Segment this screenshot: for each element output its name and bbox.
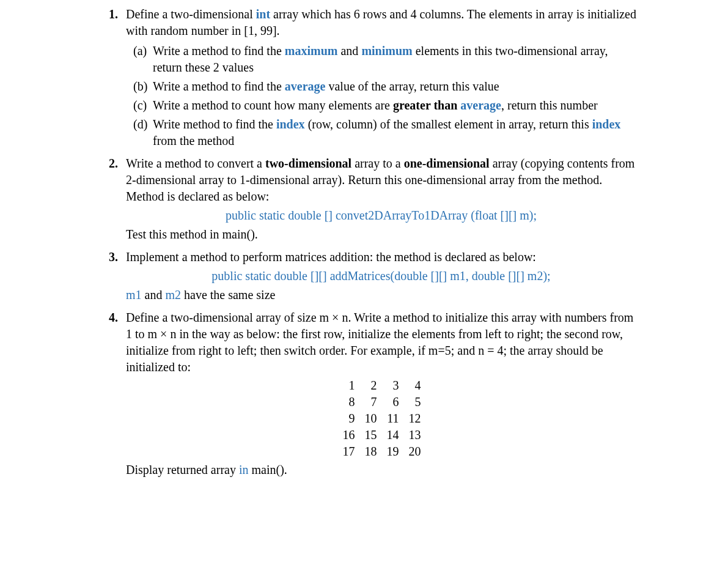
text: array to a	[351, 157, 404, 170]
q1-subparts: (a) Write a method to find the maximum a…	[126, 43, 636, 149]
matrix-cell: 16	[338, 427, 359, 443]
matrix-cell: 12	[404, 411, 425, 426]
matrix-cell: 8	[338, 394, 359, 410]
keyword-minimum: minimum	[361, 44, 412, 57]
q1-a: (a) Write a method to find the maximum a…	[133, 43, 636, 76]
matrix-table: 1234876591011121615141317181920	[337, 377, 426, 460]
q4-footer: Display returned array in main().	[126, 462, 636, 478]
matrix-cell: 9	[338, 411, 359, 426]
matrix-cell: 15	[360, 427, 381, 443]
problem-2: Write a method to convert a two-dimensio…	[121, 155, 636, 243]
text: Write a method to find the	[153, 44, 285, 57]
text: Define a two-dimensional	[126, 7, 256, 21]
text: (row, column) of the smallest element in…	[305, 117, 592, 131]
text: main().	[248, 463, 287, 476]
keyword-index: index	[592, 117, 621, 131]
q1-intro: Define a two-dimensional int array which…	[126, 7, 636, 37]
q1-d: (d) Write method to find the index (row,…	[133, 116, 636, 149]
text: Display returned array	[126, 463, 239, 476]
text: from the method	[153, 134, 234, 147]
problem-3: Implement a method to perform matrices a…	[121, 249, 636, 303]
text: have the same size	[181, 288, 275, 301]
q1-c: (c) Write a method to count how many ele…	[133, 97, 636, 114]
label: (c)	[133, 97, 147, 114]
problem-list: Define a two-dimensional int array which…	[92, 6, 636, 478]
matrix-cell: 14	[382, 427, 403, 443]
keyword-maximum: maximum	[285, 44, 338, 57]
matrix-cell: 6	[382, 394, 403, 410]
var-m2: m2	[165, 288, 181, 301]
matrix-cell: 13	[404, 427, 425, 443]
label: (d)	[133, 116, 147, 133]
text: Test this method in main().	[126, 226, 636, 243]
matrix-cell: 7	[360, 394, 381, 410]
bold-two-dimensional: two-dimensional	[265, 157, 351, 170]
matrix-cell: 5	[404, 394, 425, 410]
problem-4: Define a two-dimensional array of size m…	[121, 309, 636, 478]
q1-b: (b) Write a method to find the average v…	[133, 78, 636, 95]
keyword-in: in	[239, 463, 249, 476]
text: Define a two-dimensional array of size m…	[126, 311, 633, 374]
bold-one-dimensional: one-dimensional	[404, 157, 490, 170]
matrix-cell: 2	[360, 378, 381, 393]
code-declaration: public static double [] convet2DArrayTo1…	[126, 207, 636, 224]
label: (a)	[133, 43, 147, 59]
keyword-average: average	[285, 79, 326, 93]
matrix-cell: 18	[360, 444, 381, 459]
text: Implement a method to perform matrices a…	[126, 250, 536, 264]
q3-note: m1 and m2 have the same size	[126, 287, 636, 303]
label: (b)	[133, 78, 147, 95]
matrix-cell: 4	[404, 378, 425, 393]
matrix-cell: 17	[338, 444, 359, 459]
text: Write method to find the	[153, 117, 276, 131]
matrix-cell: 11	[382, 411, 403, 426]
var-m1: m1	[126, 288, 142, 301]
matrix-cell: 10	[360, 411, 381, 426]
text: and	[142, 288, 166, 301]
code-text: public static double [][] addMatrices(do…	[211, 269, 550, 283]
text: and	[337, 44, 361, 57]
problem-1: Define a two-dimensional int array which…	[121, 6, 636, 149]
matrix-cell: 20	[404, 444, 425, 459]
text: , return this number	[501, 98, 598, 112]
code-declaration: public static double [][] addMatrices(do…	[126, 268, 636, 284]
text: value of the array, return this value	[325, 79, 499, 93]
keyword-int: int	[256, 7, 270, 21]
matrix-cell: 19	[382, 444, 403, 459]
text: Write a method to count how many element…	[153, 98, 393, 112]
code-text: public static double [] convet2DArrayTo1…	[226, 209, 537, 222]
keyword-average: average	[460, 98, 501, 112]
matrix-cell: 1	[338, 378, 359, 393]
keyword-index: index	[276, 117, 305, 131]
text: Write a method to find the	[153, 79, 285, 93]
text: Write a method to convert a	[126, 157, 265, 170]
matrix-cell: 3	[382, 378, 403, 393]
bold-greater-than: greater than	[393, 98, 460, 112]
example-matrix: 1234876591011121615141317181920	[126, 375, 636, 462]
